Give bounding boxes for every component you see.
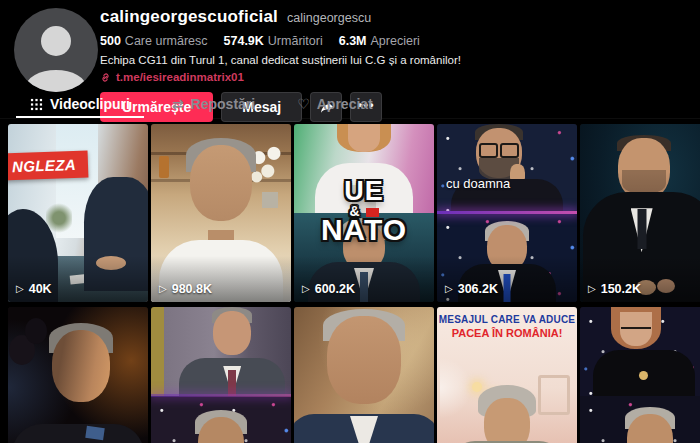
link-icon — [100, 72, 111, 83]
video-thumbnail-9[interactable]: MESAJUL CARE VA ADUCE PACEA ÎN ROMÂNIA! — [437, 307, 577, 443]
video-thumbnail-8[interactable] — [294, 307, 434, 443]
followers-label: Urmăritori — [268, 34, 323, 48]
thumbnail-caption: cu doamna — [446, 176, 510, 191]
view-count: ▷ 40K — [16, 282, 52, 296]
following-label: Care urmăresc — [125, 34, 208, 48]
thumbnail-art — [151, 307, 291, 443]
heart-icon: ♡ — [297, 97, 310, 111]
thumbnail-art — [294, 307, 434, 443]
view-count: ▷ 150.2K — [588, 282, 641, 296]
tab-videos-label: Videoclipuri — [50, 96, 130, 112]
video-thumbnail-6[interactable] — [8, 307, 148, 443]
video-thumbnail-5[interactable]: ▷ 150.2K — [580, 124, 700, 302]
thumbnail-art — [8, 307, 148, 443]
profile-bio: Echipa CG11 din Turul 1, canal dedicat s… — [100, 54, 461, 66]
repost-icon: ⇄ — [172, 97, 184, 111]
play-icon: ▷ — [302, 284, 310, 294]
likes-label: Aprecieri — [371, 34, 420, 48]
profile-stats: 500 Care urmăresc 574.9K Urmăritori 6.3M… — [100, 34, 461, 48]
play-icon: ▷ — [159, 284, 167, 294]
profile-header: calingeorgescuoficialcalingeorgescu 500 … — [0, 0, 700, 92]
video-thumbnail-1[interactable]: NGLEZA ▷ 40K — [8, 124, 148, 302]
thumbnail-text-overlay: MESAJUL CARE VA ADUCE — [437, 314, 577, 325]
followers-count[interactable]: 574.9K — [224, 34, 264, 48]
video-thumbnail-10[interactable] — [580, 307, 700, 443]
video-thumbnail-3[interactable]: UE & NATO ▷ 600.2K — [294, 124, 434, 302]
view-count: ▷ 306.2K — [445, 282, 498, 296]
profile-handle: calingeorgescu — [287, 11, 371, 25]
thumbnail-text-overlay: PACEA ÎN ROMÂNIA! — [437, 327, 577, 339]
profile-username: calingeorgescuoficial — [100, 7, 278, 26]
video-thumbnail-7[interactable] — [151, 307, 291, 443]
tab-videos[interactable]: Videoclipuri — [16, 92, 144, 116]
profile-link[interactable]: t.me/iesireadinmatrix01 — [100, 71, 461, 83]
tiktok-profile-page: { "header": { "username": "calingeorgesc… — [0, 0, 700, 443]
view-count: ▷ 600.2K — [302, 282, 355, 296]
tab-reposts-label: Repostări — [191, 96, 256, 112]
view-count: ▷ 980.8K — [159, 282, 212, 296]
likes-count[interactable]: 6.3M — [339, 34, 367, 48]
tab-reposts[interactable]: ⇄ Repostări — [158, 92, 269, 116]
avatar[interactable] — [14, 8, 98, 92]
grid-icon — [30, 98, 43, 111]
following-count[interactable]: 500 — [100, 34, 121, 48]
play-icon: ▷ — [588, 284, 596, 294]
tab-liked-label: Apreciat — [317, 96, 373, 112]
play-icon: ▷ — [16, 284, 24, 294]
avatar-person-icon — [41, 26, 71, 56]
video-thumbnail-4[interactable]: cu doamna ▷ 306.2K — [437, 124, 577, 302]
thumbnail-art — [580, 307, 700, 443]
profile-tabs: Videoclipuri ⇄ Repostări ♡ Apreciat — [0, 92, 700, 119]
active-tab-underline — [16, 116, 144, 118]
thumbnail-text-overlay: UE & NATO — [294, 178, 434, 245]
video-thumbnail-2[interactable]: ▷ 980.8K — [151, 124, 291, 302]
tab-liked[interactable]: ♡ Apreciat — [283, 92, 387, 116]
thumbnail-text-overlay: NGLEZA — [8, 151, 89, 181]
video-grid: NGLEZA ▷ 40K ▷ 980.8K — [0, 124, 700, 443]
play-icon: ▷ — [445, 284, 453, 294]
